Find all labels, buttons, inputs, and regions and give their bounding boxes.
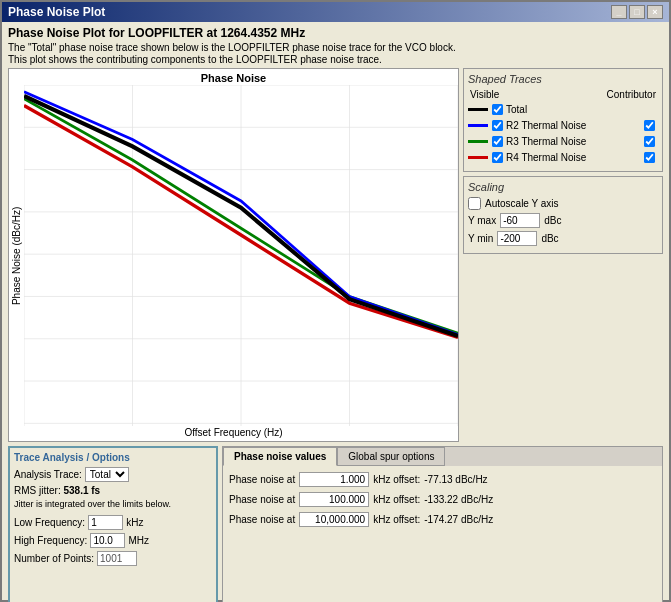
num-points-input [97, 551, 137, 566]
x-axis-label: Offset Frequency (Hz) [9, 426, 458, 441]
ymin-label: Y min [468, 233, 493, 244]
window-title: Phase Noise Plot [8, 5, 105, 19]
trace-row-r3: R3 Thermal Noise [468, 135, 658, 148]
high-freq-unit: MHz [128, 535, 149, 546]
high-freq-label: High Frequency: [14, 535, 87, 546]
autoscale-label: Autoscale Y axis [485, 198, 559, 209]
scaling-box: Scaling Autoscale Y axis Y max dBc Y min… [463, 176, 663, 254]
high-freq-input[interactable] [90, 533, 125, 548]
r2-visible-check[interactable] [492, 120, 503, 131]
total-label: Total [506, 104, 658, 115]
phase-at-1-label: Phase noise at [229, 474, 295, 485]
col-visible: Visible [470, 89, 499, 100]
traces-header: Visible Contributor [468, 89, 658, 100]
total-visible-check[interactable] [492, 104, 503, 115]
low-freq-input[interactable] [88, 515, 123, 530]
num-points-label: Number of Points: [14, 553, 94, 564]
r4-label: R4 Thermal Noise [506, 152, 643, 163]
phase-at-3-label: Phase noise at [229, 514, 295, 525]
title-bar-buttons: _ □ × [611, 5, 663, 19]
low-freq-row: Low Frequency: kHz [14, 515, 212, 530]
phase-freq-1-input[interactable] [299, 472, 369, 487]
close-window-button[interactable]: × [647, 5, 663, 19]
autoscale-check[interactable] [468, 197, 481, 210]
high-freq-row: High Frequency: MHz [14, 533, 212, 548]
r4-color [468, 156, 488, 159]
subtitle1: The "Total" phase noise trace shown belo… [8, 42, 663, 53]
trace-analysis-title: Trace Analysis / Options [14, 452, 212, 463]
autoscale-row: Autoscale Y axis [468, 197, 658, 210]
r3-label: R3 Thermal Noise [506, 136, 643, 147]
r2-color [468, 124, 488, 127]
r3-visible-check[interactable] [492, 136, 503, 147]
trace-row-total: Total [468, 103, 658, 116]
trace-analysis-box: Trace Analysis / Options Analysis Trace:… [8, 446, 218, 602]
analysis-trace-row: Analysis Trace: Total [14, 467, 212, 482]
r2-contributor-check[interactable] [644, 120, 655, 131]
phase-freq-2-unit: kHz offset: [373, 494, 420, 505]
page-title: Phase Noise Plot for LOOPFILTER at 1264.… [8, 26, 663, 40]
subtitle2: This plot shows the contributing compone… [8, 54, 663, 65]
analysis-trace-label: Analysis Trace: [14, 469, 82, 480]
trace-row-r4: R4 Thermal Noise [468, 151, 658, 164]
r3-color [468, 140, 488, 143]
trace-row-r2: R2 Thermal Noise [468, 119, 658, 132]
shaped-traces-box: Shaped Traces Visible Contributor Total [463, 68, 663, 172]
phase-value-1: -77.13 dBc/Hz [424, 474, 487, 485]
main-window: Phase Noise Plot _ □ × Phase Noise Plot … [0, 0, 671, 602]
chart-area: Phase Noise Phase Noise (dBc/Hz) [8, 68, 459, 442]
content-area: Phase Noise Plot for LOOPFILTER at 1264.… [2, 22, 669, 602]
phase-freq-3-input[interactable] [299, 512, 369, 527]
title-bar: Phase Noise Plot _ □ × [2, 2, 669, 22]
phase-row-2: Phase noise at kHz offset: -133.22 dBc/H… [229, 492, 656, 507]
phase-value-2: -133.22 dBc/Hz [424, 494, 493, 505]
tab-global-spur[interactable]: Global spur options [337, 447, 445, 466]
maximize-button[interactable]: □ [629, 5, 645, 19]
low-freq-label: Low Frequency: [14, 517, 85, 528]
right-panel: Shaped Traces Visible Contributor Total [463, 68, 663, 442]
jitter-note: Jitter is integrated over the limits bel… [14, 499, 212, 511]
phase-row-1: Phase noise at kHz offset: -77.13 dBc/Hz [229, 472, 656, 487]
chart-svg: -60 -80 -100 -120 -140 -160 -180 -200 1 … [24, 85, 458, 426]
phase-at-2-label: Phase noise at [229, 494, 295, 505]
phase-noise-box: Phase noise values Global spur options P… [222, 446, 663, 602]
analysis-trace-select[interactable]: Total [85, 467, 129, 482]
low-freq-unit: kHz [126, 517, 143, 528]
r2-label: R2 Thermal Noise [506, 120, 643, 131]
tab-content: Phase noise at kHz offset: -77.13 dBc/Hz… [223, 466, 662, 602]
num-points-row: Number of Points: [14, 551, 212, 566]
phase-freq-1-unit: kHz offset: [373, 474, 420, 485]
rms-jitter-row: RMS jitter: 538.1 fs [14, 485, 212, 496]
total-color [468, 108, 488, 111]
r3-contributor-check[interactable] [644, 136, 655, 147]
ymin-input[interactable] [497, 231, 537, 246]
ymax-input[interactable] [500, 213, 540, 228]
tab-phase-noise-values[interactable]: Phase noise values [223, 447, 337, 466]
r4-contributor-check[interactable] [644, 152, 655, 163]
y-axis-label: Phase Noise (dBc/Hz) [9, 85, 24, 426]
chart-svg-container: -60 -80 -100 -120 -140 -160 -180 -200 1 … [24, 85, 458, 426]
ymax-label: Y max [468, 215, 496, 226]
ymax-unit: dBc [544, 215, 561, 226]
chart-inner: Phase Noise (dBc/Hz) [9, 85, 458, 426]
ymax-row: Y max dBc [468, 213, 658, 228]
ymin-unit: dBc [541, 233, 558, 244]
shaped-traces-title: Shaped Traces [468, 73, 658, 85]
tabs-bar: Phase noise values Global spur options [223, 447, 662, 466]
main-area: Phase Noise Phase Noise (dBc/Hz) [8, 68, 663, 442]
chart-title: Phase Noise [9, 69, 458, 85]
col-contributor: Contributor [607, 89, 656, 100]
r4-visible-check[interactable] [492, 152, 503, 163]
minimize-button[interactable]: _ [611, 5, 627, 19]
rms-jitter-label: RMS jitter: [14, 485, 61, 496]
bottom-area: Trace Analysis / Options Analysis Trace:… [8, 446, 663, 602]
rms-jitter-value: 538.1 fs [63, 485, 100, 496]
scaling-title: Scaling [468, 181, 658, 193]
phase-freq-3-unit: kHz offset: [373, 514, 420, 525]
phase-value-3: -174.27 dBc/Hz [424, 514, 493, 525]
phase-row-3: Phase noise at kHz offset: -174.27 dBc/H… [229, 512, 656, 527]
phase-freq-2-input[interactable] [299, 492, 369, 507]
ymin-row: Y min dBc [468, 231, 658, 246]
